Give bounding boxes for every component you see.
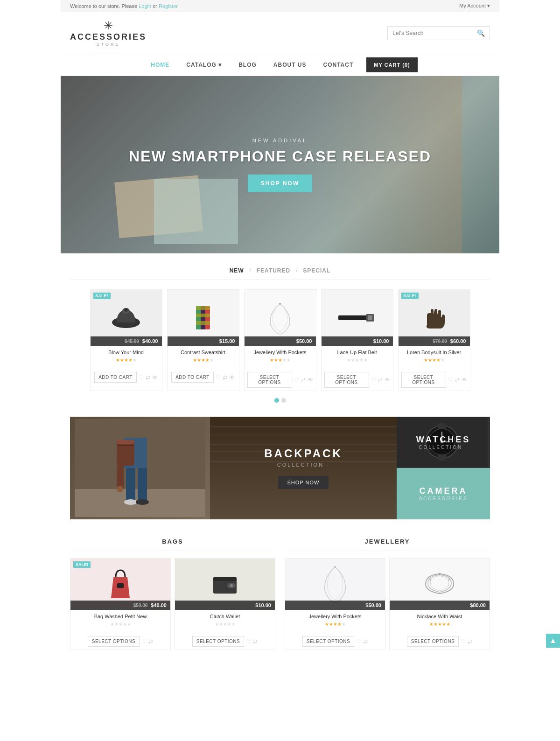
wishlist-icon[interactable]: ♡ [461, 638, 466, 645]
quickview-icon[interactable]: 👁 [152, 374, 158, 381]
select-options-button[interactable]: SELECT OPTIONS [88, 636, 140, 647]
banner-backpack[interactable]: BACKPACK COLLECTION · SHOP NOW [210, 417, 397, 519]
svg-point-41 [448, 579, 450, 580]
quickview-icon[interactable]: 👁 [385, 377, 390, 383]
wishlist-icon[interactable]: ♡ [371, 377, 376, 383]
register-link[interactable]: Register [159, 3, 178, 9]
star-rating: ★★★★★ [402, 357, 466, 363]
quickview-icon[interactable]: 👁 [229, 374, 235, 381]
product-image: $50.00 [245, 290, 316, 346]
logo[interactable]: ✳ ACCESSORIES STORE [70, 19, 147, 47]
collar-necklace-icon [421, 566, 458, 603]
product-card[interactable]: $15.00 Contrast Sweatshirt ★★★★★ ADD TO … [167, 289, 239, 391]
search-icon[interactable]: 🔍 [477, 29, 485, 37]
star-rating: ★★★★★ [393, 622, 486, 627]
camera-subtitle: ACCESSORIES [419, 496, 468, 501]
tab-special[interactable]: SPECIAL [299, 267, 334, 274]
add-to-cart-button[interactable]: ADD TO CART [94, 372, 137, 383]
quickview-icon[interactable]: 👁 [462, 377, 467, 383]
compare-icon[interactable]: ⇄ [223, 374, 227, 381]
necklace-icon [321, 563, 349, 605]
product-card[interactable]: $10.00 Lace-Up Flat Belt ★★★★★ SELECT OP… [321, 289, 393, 391]
product-actions: ADD TO CART ♡ ⇄ 👁 [91, 369, 162, 385]
product-card[interactable]: SALE! $70.00 $60.00 Loren Bodysuit In Si… [398, 289, 470, 391]
tab-new[interactable]: NEW [226, 267, 248, 274]
product-card[interactable]: $80.00 Nicklace With Waist ★★★★★ SELECT … [389, 558, 490, 650]
nav-item-contact[interactable]: CONTACT [315, 54, 362, 76]
quickview-icon[interactable]: 👁 [308, 377, 313, 383]
select-options-button[interactable]: SELECT OPTIONS [192, 636, 245, 647]
nav-item-blog[interactable]: BLOG [230, 54, 265, 76]
wishlist-icon[interactable]: ♡ [141, 638, 147, 645]
banner-watches[interactable]: WATCHES COLLECTION · [397, 417, 490, 468]
product-card[interactable]: $50.00 Jewellery With Pockets ★★★★★ SELE… [285, 558, 385, 650]
nav-item-about[interactable]: ABOUT US [265, 54, 315, 76]
product-actions: SELECT OPTIONS ♡ ⇄ [175, 633, 275, 650]
wishlist-icon[interactable]: ♡ [294, 377, 299, 383]
carousel-dot-2[interactable] [281, 398, 286, 403]
search-input[interactable] [392, 30, 477, 36]
product-card[interactable]: $10.00 Clutch Wallet ★★★★★ SELECT OPTION… [175, 558, 275, 650]
compare-icon[interactable]: ⇄ [146, 374, 150, 381]
nav-item-catalog[interactable]: CATALOG ▾ [178, 54, 230, 76]
product-name: Bag Washed Petit New [74, 614, 167, 619]
price-bar: $45.00 $40.00 [91, 336, 162, 346]
compare-icon[interactable]: ⇄ [363, 638, 368, 645]
necklace-icon [266, 299, 294, 336]
svg-rect-33 [117, 583, 124, 588]
hero-subtitle: NEW ADDIVAL [129, 138, 431, 143]
cart-button[interactable]: MY CART (0) [366, 57, 417, 72]
svg-point-18 [136, 499, 149, 505]
product-info: Jewellery With Pockets ★★★★★ [285, 610, 385, 633]
compare-icon[interactable]: ⇄ [455, 377, 460, 383]
product-image: $50.00 [285, 559, 385, 610]
banner-camera[interactable]: CAMERA ACCESSORIES [397, 468, 490, 519]
tab-featured[interactable]: FEATURED [253, 267, 294, 274]
product-name: Contrast Sweatshirt [171, 350, 235, 355]
hat-icon [110, 301, 142, 334]
compare-icon[interactable]: ⇄ [301, 377, 306, 383]
product-card[interactable]: SALE! $50.00 $40.00 Bag Washed Petit New… [70, 558, 171, 650]
star-rating: ★★★★★ [325, 357, 389, 363]
compare-icon[interactable]: ⇄ [148, 638, 153, 645]
wishlist-icon[interactable]: ♡ [246, 638, 251, 645]
logo-subtitle: STORE [70, 42, 147, 47]
select-options-button[interactable]: SELECT OPTIONS [407, 636, 459, 647]
svg-rect-22 [118, 445, 133, 446]
compare-icon[interactable]: ⇄ [378, 377, 383, 383]
carousel-dots [70, 398, 490, 403]
backpack-shop-now-button[interactable]: SHOP NOW [278, 476, 329, 489]
sale-badge: SALE! [93, 293, 111, 299]
svg-rect-10 [338, 315, 371, 320]
product-card[interactable]: SALE! $45.00 $40.00 Blow Your Mind ★★★★★… [90, 289, 162, 391]
jewellery-section-title: JEWELLERY [285, 538, 490, 551]
carousel-dot-1[interactable] [274, 398, 279, 403]
product-name: Jewellery With Pockets [289, 614, 381, 619]
product-info: Clutch Wallet ★★★★★ [175, 610, 275, 633]
nav-item-home[interactable]: HOME [142, 54, 178, 76]
wishlist-icon[interactable]: ♡ [216, 374, 221, 381]
two-col-section: BAGS SALE! $50.00 $40.00 B [61, 529, 499, 659]
select-options-button[interactable]: SELECT OPTIONS [247, 372, 292, 388]
bags-column: BAGS SALE! $50.00 $40.00 B [70, 538, 275, 650]
star-rating: ★★★★★ [94, 357, 158, 363]
select-options-button[interactable]: SELECT OPTIONS [401, 372, 446, 388]
product-actions: SELECT OPTIONS ♡ ⇄ 👁 [322, 369, 393, 391]
product-card[interactable]: $50.00 Jewellery With Pockets ★★★★★ SELE… [244, 289, 316, 391]
hero-shop-now-button[interactable]: SHOP NOW [248, 175, 312, 192]
my-account-dropdown[interactable]: My Account ▾ [459, 3, 490, 9]
wishlist-icon[interactable]: ♡ [139, 374, 144, 381]
svg-point-39 [439, 573, 441, 575]
svg-rect-8 [196, 321, 210, 325]
compare-icon[interactable]: ⇄ [253, 638, 258, 645]
banner-person[interactable] [70, 417, 210, 519]
add-to-cart-button[interactable]: ADD TO CART [171, 372, 214, 383]
select-options-button[interactable]: SELECT OPTIONS [302, 636, 355, 647]
wishlist-icon[interactable]: ♡ [448, 377, 453, 383]
wishlist-icon[interactable]: ♡ [356, 638, 361, 645]
compare-icon[interactable]: ⇄ [468, 638, 472, 645]
select-options-button[interactable]: SELECT OPTIONS [324, 372, 369, 388]
watches-subtitle: COLLECTION · [416, 445, 471, 450]
product-name: Lace-Up Flat Belt [325, 350, 389, 355]
login-link[interactable]: Login [139, 3, 151, 9]
